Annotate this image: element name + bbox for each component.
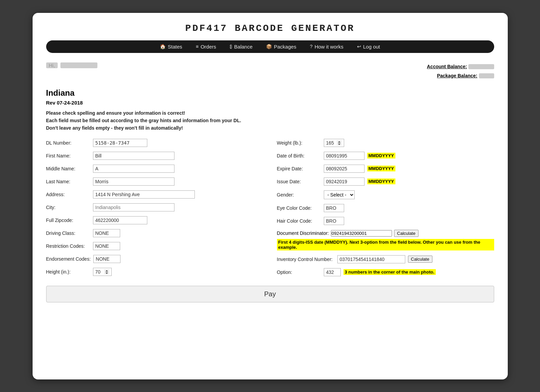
last-name-label: Last Name:: [46, 179, 90, 184]
first-name-row: First Name:: [46, 152, 263, 160]
restriction-codes-input[interactable]: [93, 242, 120, 250]
gender-select[interactable]: - Select - M F: [324, 190, 355, 199]
endorsement-codes-row: Endorsement Codes:: [46, 255, 263, 263]
form-area: DL Number: First Name: Middle Name: Last…: [46, 139, 494, 276]
home-icon: 🏠: [160, 44, 166, 49]
expire-date-label: Expire Date:: [277, 166, 321, 171]
inventory-control-row: Inventory Control Number: Calculate: [277, 255, 494, 263]
eye-color-row: Eye Color Code:: [277, 204, 494, 212]
first-name-input[interactable]: [93, 152, 174, 160]
eye-color-input[interactable]: [324, 204, 344, 212]
doc-discriminator-calculate-btn[interactable]: Calculate: [394, 230, 418, 237]
address-row: Address:: [46, 190, 263, 199]
nav-balance[interactable]: ₿ Balance: [230, 44, 253, 50]
height-row: Height (in.):: [46, 268, 263, 276]
nav-how-it-works[interactable]: ? How it works: [310, 44, 343, 50]
doc-discriminator-row: Document Discriminator: Calculate First …: [277, 230, 494, 250]
zipcode-input[interactable]: [93, 216, 147, 224]
endorsement-codes-input[interactable]: [93, 255, 120, 263]
logout-icon: ↩: [357, 44, 361, 49]
dob-hint: MMDDYYYY: [367, 153, 395, 158]
dob-input[interactable]: [324, 152, 365, 160]
instructions: Please check spelling and ensure your in…: [46, 110, 494, 131]
doc-discriminator-label: Document Discriminator:: [277, 230, 329, 236]
hair-color-label: Hair Color Code:: [277, 218, 321, 224]
nav-states[interactable]: 🏠 States: [160, 44, 182, 50]
dob-label: Date of Birth:: [277, 153, 321, 158]
packages-icon: 📦: [266, 44, 272, 49]
greeting: Hi, user: [46, 62, 98, 68]
gender-label: Gender:: [277, 192, 321, 198]
weight-row: Weight (lb.):: [277, 139, 494, 147]
nav-balance-label: Balance: [234, 44, 253, 50]
city-input[interactable]: [93, 203, 174, 211]
weight-input[interactable]: [324, 139, 344, 147]
expire-date-hint: MMDDYYYY: [367, 166, 395, 171]
doc-discriminator-input[interactable]: [331, 230, 392, 237]
option-hint: 3 numbers in the corner of the main phot…: [343, 269, 436, 275]
state-section: Indiana Rev 07-24-2018 Please check spel…: [46, 88, 494, 131]
inventory-control-calculate-btn[interactable]: Calculate: [408, 256, 432, 263]
nav-orders[interactable]: ≡ Orders: [196, 44, 216, 50]
hair-color-input[interactable]: [324, 217, 344, 225]
restriction-codes-label: Restriction Codes:: [46, 243, 90, 249]
state-name: Indiana: [46, 88, 494, 98]
account-balance-label[interactable]: Account Balance:: [427, 62, 467, 71]
option-input[interactable]: [324, 268, 341, 276]
driving-class-label: Driving Class:: [46, 230, 90, 236]
main-card: PDF417 BARCODE GENERATOR 🏠 States ≡ Orde…: [33, 13, 508, 379]
weight-label: Weight (lb.):: [277, 140, 321, 146]
height-label: Height (in.):: [46, 269, 90, 275]
city-label: City:: [46, 205, 90, 210]
nav-log-out[interactable]: ↩ Log out: [357, 44, 380, 50]
issue-date-input[interactable]: [324, 178, 365, 186]
height-input[interactable]: [93, 268, 112, 276]
rev-date: Rev 07-24-2018: [46, 100, 494, 106]
zipcode-row: Full Zipcode:: [46, 216, 263, 224]
issue-date-label: Issue Date:: [277, 179, 321, 184]
instruction-3: Don't leave any fields empty - they won'…: [46, 125, 494, 131]
pay-button[interactable]: Pay: [46, 286, 494, 302]
nav-how-it-works-label: How it works: [315, 44, 343, 50]
nav-states-label: States: [168, 44, 182, 50]
instruction-2: Each field must be filled out according …: [46, 118, 494, 123]
help-icon: ?: [310, 44, 313, 49]
driving-class-input[interactable]: [93, 229, 120, 237]
doc-discriminator-block: Document Discriminator: Calculate First …: [277, 230, 494, 250]
package-balance-value: xx: [479, 73, 494, 78]
account-info: Account Balance: xxx Package Balance: xx: [427, 62, 494, 80]
dl-number-input[interactable]: [93, 139, 147, 147]
expire-date-row: Expire Date: MMDDYYYY: [277, 165, 494, 173]
inventory-control-input[interactable]: [337, 255, 405, 263]
middle-name-input[interactable]: [93, 165, 174, 173]
nav-packages-label: Packages: [274, 44, 296, 50]
inventory-control-label: Inventory Control Number:: [277, 257, 335, 262]
doc-discriminator-hint: First 4 digits-ISS date (MMDDYY). Next 3…: [277, 239, 494, 250]
username-blurred: user: [60, 62, 97, 68]
issue-date-hint: MMDDYYYY: [367, 179, 395, 184]
main-nav: 🏠 States ≡ Orders ₿ Balance 📦 Packages ?…: [46, 40, 494, 53]
middle-name-row: Middle Name:: [46, 165, 263, 173]
hair-color-row: Hair Color Code:: [277, 217, 494, 225]
top-bar: Hi, user Account Balance: xxx Package Ba…: [46, 62, 494, 80]
account-balance-value: xxx: [468, 64, 494, 69]
last-name-input[interactable]: [93, 178, 174, 186]
address-input[interactable]: [93, 190, 195, 199]
expire-date-input[interactable]: [324, 165, 365, 173]
page-title: PDF417 BARCODE GENERATOR: [46, 23, 494, 34]
package-balance-label[interactable]: Package Balance:: [437, 72, 477, 80]
dob-row: Date of Birth: MMDDYYYY: [277, 152, 494, 160]
zipcode-label: Full Zipcode:: [46, 218, 90, 223]
nav-orders-label: Orders: [201, 44, 216, 50]
form-right: Weight (lb.): Date of Birth: MMDDYYYY Ex…: [277, 139, 494, 276]
dl-number-row: DL Number:: [46, 139, 263, 147]
form-left: DL Number: First Name: Middle Name: Last…: [46, 139, 263, 276]
last-name-row: Last Name:: [46, 178, 263, 186]
option-label: Option:: [277, 269, 321, 275]
address-label: Address:: [46, 192, 90, 197]
orders-icon: ≡: [196, 44, 199, 49]
nav-packages[interactable]: 📦 Packages: [266, 44, 296, 50]
instruction-1: Please check spelling and ensure your in…: [46, 110, 494, 116]
dl-number-label: DL Number:: [46, 140, 90, 146]
pay-button-row: Pay: [46, 286, 494, 302]
